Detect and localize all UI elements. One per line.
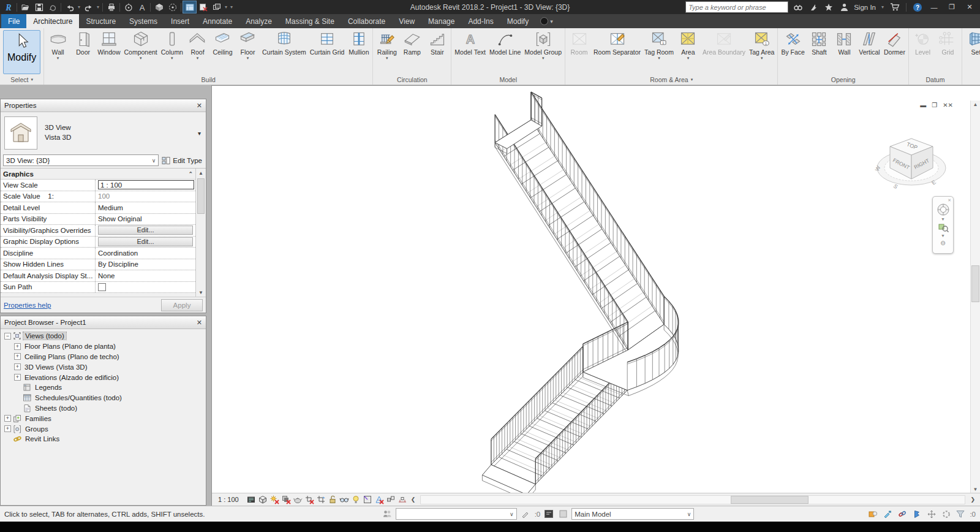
ribbon-button-curtain-grid[interactable]: Curtain Grid <box>308 29 347 75</box>
property-value[interactable]: Medium <box>98 204 123 211</box>
scroll-up-icon[interactable]: ▲ <box>971 102 980 107</box>
ribbon-button-set[interactable]: Set <box>963 29 980 75</box>
temporary-view-properties-icon[interactable] <box>362 495 373 504</box>
tree-item-label[interactable]: 3D Views (Vista 3D) <box>23 363 89 371</box>
project-browser-header[interactable]: Project Browser - Project1 ✕ <box>1 316 206 329</box>
tree-item-3d-views-vista-3d-[interactable]: +3D Views (Vista 3D) <box>3 362 206 372</box>
ribbon-button-area[interactable]: Area▾ <box>676 29 701 75</box>
tree-item-label[interactable]: Legends <box>33 384 64 391</box>
properties-header[interactable]: Properties ✕ <box>1 99 206 112</box>
open-icon[interactable] <box>19 1 32 13</box>
tree-item-views-todo-[interactable]: −Views (todo) <box>3 331 206 341</box>
zoom-tool-icon[interactable] <box>938 222 949 233</box>
scroll-thumb[interactable] <box>197 178 205 214</box>
edit-button[interactable]: Edit... <box>98 237 193 246</box>
workset-dropdown[interactable]: ∨ <box>396 508 517 520</box>
compass-south-label[interactable]: S <box>892 183 899 190</box>
edit-type-button[interactable]: Edit Type <box>162 156 203 165</box>
tab-collaborate[interactable]: Collaborate <box>341 14 392 28</box>
customize-qat-icon[interactable]: ▾ <box>230 4 233 10</box>
crop-view-off-icon[interactable] <box>304 495 315 504</box>
panel-label-select[interactable]: Select▾ <box>0 75 43 85</box>
tree-item-label[interactable]: Sheets (todo) <box>33 405 79 412</box>
section-icon[interactable] <box>166 1 179 13</box>
redo-icon[interactable] <box>82 1 95 13</box>
ribbon-button-floor[interactable]: Floor▾ <box>235 29 260 75</box>
show-crop-region-icon[interactable] <box>315 495 326 504</box>
tree-item-ceiling-plans-plano-de-techo-[interactable]: +Ceiling Plans (Plano de techo) <box>3 352 206 362</box>
tab-systems[interactable]: Systems <box>123 14 164 28</box>
search-icon[interactable] <box>793 2 804 13</box>
manage-links-icon[interactable] <box>897 509 908 519</box>
view-restore-icon[interactable]: ❐ <box>932 102 937 108</box>
text-icon[interactable]: A <box>135 1 148 13</box>
tree-item-schedules-quantities-todo-[interactable]: Schedules/Quantities (todo) <box>3 393 206 403</box>
undo-icon[interactable] <box>63 1 76 13</box>
active-only-icon[interactable] <box>557 509 568 519</box>
scroll-down-icon[interactable]: ▼ <box>971 487 980 492</box>
horizontal-scrollbar[interactable] <box>420 495 965 504</box>
temporary-hide-isolate-icon[interactable] <box>339 495 350 504</box>
tree-item-legends[interactable]: Legends <box>3 382 206 393</box>
ribbon-button-component[interactable]: Component▾ <box>122 29 159 75</box>
exclude-options-icon[interactable] <box>911 509 922 519</box>
steering-wheel-icon[interactable] <box>937 203 950 216</box>
ribbon-button-curtain-system[interactable]: Curtain System <box>260 29 308 75</box>
edit-button[interactable]: Edit... <box>98 226 193 235</box>
ribbon-button-by-face[interactable]: By Face <box>779 29 807 75</box>
tab-manage[interactable]: Manage <box>421 14 461 28</box>
favorites-star-icon[interactable] <box>823 2 834 13</box>
properties-scrollbar[interactable]: ▲ ▼ <box>195 169 206 297</box>
tab-annotate[interactable]: Annotate <box>196 14 239 28</box>
tab-structure[interactable]: Structure <box>79 14 123 28</box>
sun-path-checkbox[interactable] <box>98 283 106 291</box>
type-selector[interactable]: 3D View Vista 3D ▾ <box>1 112 206 154</box>
ribbon-button-wall[interactable]: Wall <box>832 29 857 75</box>
expand-icon[interactable]: + <box>14 343 21 350</box>
tree-item-label[interactable]: Elevations (Alzado de edificio) <box>23 374 121 381</box>
navbar-caret-icon[interactable]: ▼ <box>941 217 945 221</box>
ribbon-button-room-separator[interactable]: Room Separator <box>592 29 643 75</box>
expand-icon[interactable]: + <box>14 374 21 381</box>
close-properties-icon[interactable]: ✕ <box>197 102 202 110</box>
save-icon[interactable] <box>32 1 45 13</box>
view-minimize-icon[interactable]: ▬ <box>920 102 926 108</box>
maximize-button[interactable]: ❐ <box>945 2 959 13</box>
unlocked-view-icon[interactable] <box>327 495 338 504</box>
tree-item-label[interactable]: Groups <box>23 425 50 433</box>
worksets-icon[interactable] <box>382 509 393 519</box>
print-icon[interactable] <box>105 1 118 13</box>
background-processes-icon[interactable] <box>941 509 952 519</box>
tree-item-label[interactable]: Families <box>23 415 53 422</box>
undo-caret-icon[interactable]: ▾ <box>78 4 80 10</box>
view-close-icon[interactable]: ✕✕ <box>943 102 953 108</box>
ribbon-button-tag-room[interactable]: 1Tag Room▾ <box>643 29 676 75</box>
measure-icon[interactable] <box>122 1 135 13</box>
tree-item-label[interactable]: Floor Plans (Plano de planta) <box>23 343 118 350</box>
design-options-dialog-icon[interactable] <box>543 509 554 519</box>
ribbon-button-model-group[interactable]: Model Group▾ <box>522 29 564 75</box>
show-rendering-dialog-icon[interactable] <box>292 495 303 504</box>
ribbon-button-shaft[interactable]: Shaft <box>807 29 832 75</box>
shadows-off-icon[interactable] <box>281 495 292 504</box>
ribbon-button-model-text[interactable]: AModel Text <box>453 29 488 75</box>
tab-add-ins[interactable]: Add-Ins <box>461 14 500 28</box>
drawing-area[interactable]: ▬ ❐ ✕✕ TOP FRONT RIGHT W S E <box>211 85 980 506</box>
search-input[interactable] <box>685 1 788 13</box>
navigation-bar[interactable]: ✕ ▼ ▼ ⊖ <box>932 196 954 254</box>
visual-style-icon[interactable] <box>257 495 268 504</box>
close-inactive-windows-icon[interactable] <box>197 1 209 13</box>
tab-view[interactable]: View <box>392 14 421 28</box>
scroll-right-icon[interactable]: ❯ <box>970 496 975 503</box>
apply-button[interactable]: Apply <box>161 299 203 311</box>
view-selector-dropdown[interactable]: 3D View: {3D} ∨ <box>3 154 159 166</box>
ribbon-button-railing[interactable]: Railing▾ <box>374 29 399 75</box>
viewcube[interactable]: TOP FRONT RIGHT W S E <box>875 127 948 201</box>
user-interface-icon[interactable] <box>183 1 196 13</box>
expand-icon[interactable]: + <box>14 363 21 370</box>
ribbon-button-dormer[interactable]: Dormer <box>882 29 907 75</box>
close-button[interactable]: ✕ <box>963 2 976 13</box>
tab-insert[interactable]: Insert <box>164 14 196 28</box>
press-drag-icon[interactable] <box>926 509 937 519</box>
expand-icon[interactable]: + <box>4 425 11 432</box>
